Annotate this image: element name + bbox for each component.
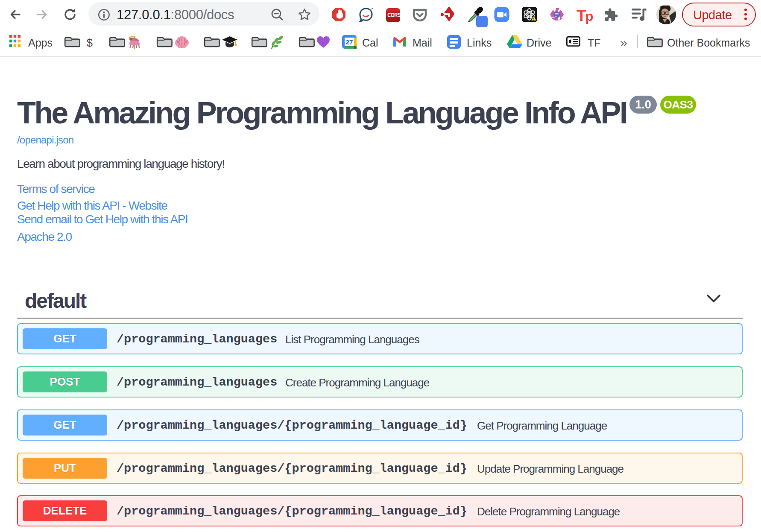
svg-text:27: 27 <box>346 38 353 46</box>
